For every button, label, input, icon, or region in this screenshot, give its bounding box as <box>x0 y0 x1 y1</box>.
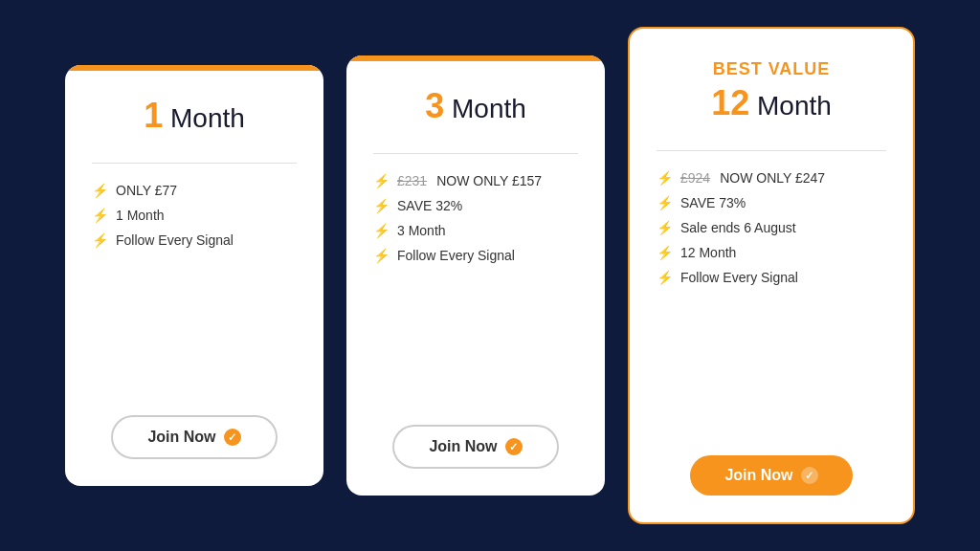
feature-item: ⚡3 Month <box>373 223 578 238</box>
pricing-card-12-month: BEST VALUE 12 Month ⚡£924 NOW ONLY £247 … <box>628 27 915 524</box>
feature-item: ⚡SAVE 73% <box>657 195 886 210</box>
best-value-badge: BEST VALUE <box>713 59 831 79</box>
join-now-label: Join Now <box>724 467 792 484</box>
check-icon <box>224 429 241 446</box>
lightning-icon: ⚡ <box>373 248 390 263</box>
feature-item: ⚡1 Month <box>92 208 297 223</box>
feature-item: ⚡Follow Every Signal <box>657 270 886 285</box>
lightning-icon: ⚡ <box>92 208 108 223</box>
lightning-icon: ⚡ <box>92 183 108 198</box>
lightning-icon: ⚡ <box>657 270 673 285</box>
feature-text: Follow Every Signal <box>116 232 234 248</box>
lightning-icon: ⚡ <box>92 232 108 248</box>
feature-item: ⚡12 Month <box>657 245 886 260</box>
lightning-icon: ⚡ <box>657 195 673 210</box>
lightning-icon: ⚡ <box>657 220 673 235</box>
plan-title-3-month: 3 Month <box>425 86 526 126</box>
divider-1-month <box>92 163 297 164</box>
feature-item: ⚡Follow Every Signal <box>373 248 578 263</box>
feature-text: SAVE 73% <box>680 195 746 210</box>
feature-text: 12 Month <box>680 245 736 260</box>
plan-number-1-month: 1 <box>144 96 163 135</box>
strikethrough-price: £231 <box>397 173 427 188</box>
join-now-button-1-month[interactable]: Join Now <box>111 415 277 459</box>
plan-title-12-month: 12 Month <box>711 83 832 123</box>
join-now-label: Join Now <box>429 438 497 455</box>
pricing-card-1-month: 1 Month ⚡ONLY £77 ⚡1 Month ⚡Follow Every… <box>65 65 323 486</box>
feature-text: Sale ends 6 August <box>680 220 796 235</box>
divider-12-month <box>657 150 886 151</box>
feature-item: ⚡ONLY £77 <box>92 183 297 198</box>
lightning-icon: ⚡ <box>373 198 390 213</box>
check-icon <box>801 467 818 484</box>
feature-text: Follow Every Signal <box>680 270 798 285</box>
lightning-icon: ⚡ <box>373 223 390 238</box>
feature-item: ⚡£231 NOW ONLY £157 <box>373 173 578 188</box>
features-list-1-month: ⚡ONLY £77 ⚡1 Month ⚡Follow Every Signal <box>92 183 297 392</box>
feature-text: 1 Month <box>116 208 165 223</box>
pricing-card-3-month: 3 Month ⚡£231 NOW ONLY £157 ⚡SAVE 32% ⚡3… <box>346 55 605 496</box>
feature-text: NOW ONLY £247 <box>720 170 825 186</box>
lightning-icon: ⚡ <box>657 170 673 186</box>
feature-text: ONLY £77 <box>116 183 177 198</box>
feature-text: SAVE 32% <box>397 198 462 213</box>
features-list-12-month: ⚡£924 NOW ONLY £247 ⚡SAVE 73% ⚡Sale ends… <box>657 170 886 432</box>
lightning-icon: ⚡ <box>373 173 390 188</box>
pricing-container: 1 Month ⚡ONLY £77 ⚡1 Month ⚡Follow Every… <box>0 8 980 543</box>
lightning-icon: ⚡ <box>657 245 673 260</box>
plan-number-3-month: 3 <box>425 86 444 125</box>
strikethrough-price: £924 <box>680 170 710 186</box>
divider-3-month <box>373 153 578 154</box>
plan-title-1-month: 1 Month <box>144 96 245 136</box>
join-now-button-3-month[interactable]: Join Now <box>392 425 558 469</box>
check-icon <box>505 438 523 455</box>
features-list-3-month: ⚡£231 NOW ONLY £157 ⚡SAVE 32% ⚡3 Month ⚡… <box>373 173 578 402</box>
feature-text: NOW ONLY £157 <box>436 173 542 188</box>
join-now-label: Join Now <box>147 429 215 446</box>
feature-item: ⚡Sale ends 6 August <box>657 220 886 235</box>
feature-text: Follow Every Signal <box>397 248 515 263</box>
plan-number-12-month: 12 <box>711 83 749 122</box>
feature-text: 3 Month <box>397 223 446 238</box>
feature-item: ⚡£924 NOW ONLY £247 <box>657 170 886 186</box>
feature-item: ⚡Follow Every Signal <box>92 232 297 248</box>
join-now-button-12-month[interactable]: Join Now <box>690 455 852 496</box>
feature-item: ⚡SAVE 32% <box>373 198 578 213</box>
